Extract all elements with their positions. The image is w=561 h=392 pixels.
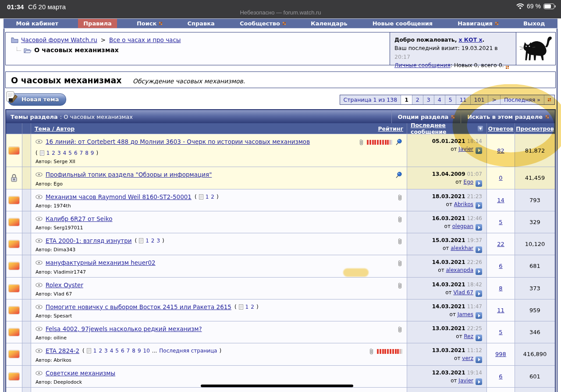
- go-to-last-post-icon[interactable]: [476, 246, 482, 253]
- replies-count-link[interactable]: 5: [499, 329, 502, 335]
- lastpost-user-link[interactable]: Abrikos: [454, 201, 473, 207]
- go-to-last-post-icon[interactable]: [476, 180, 482, 187]
- thread-title-link[interactable]: Помогите новичку с выбором Восток 2415 и…: [46, 303, 231, 311]
- thread-page-link[interactable]: 1: [245, 303, 249, 311]
- thread-title-link[interactable]: Советские механизмы: [46, 369, 115, 378]
- thread-page-link[interactable]: 5: [68, 149, 72, 157]
- thread-page-link[interactable]: 1: [146, 237, 149, 245]
- thread-page-link[interactable]: 10: [143, 347, 150, 355]
- thread-page-link[interactable]: 6: [121, 347, 124, 355]
- breadcrumb-root-link[interactable]: Часовой форум Watch.ru: [21, 36, 97, 43]
- go-to-last-post-icon[interactable]: [476, 290, 482, 297]
- page-link[interactable]: 11: [456, 95, 471, 104]
- sort-by-topic-link[interactable]: Тема / Автор: [35, 125, 75, 132]
- nav-item[interactable]: Поиск: [131, 19, 167, 28]
- thread-page-link[interactable]: 6: [74, 149, 78, 157]
- sort-by-replies-link[interactable]: Ответов: [488, 125, 513, 132]
- replies-count-link[interactable]: 5: [499, 219, 502, 225]
- go-to-last-post-icon[interactable]: [476, 202, 482, 209]
- go-to-last-post-icon[interactable]: [476, 312, 482, 319]
- replies-count-link[interactable]: 998: [495, 351, 506, 357]
- thread-page-link[interactable]: 9: [91, 149, 94, 157]
- replies-count-link[interactable]: 6: [499, 263, 502, 269]
- thread-title-link[interactable]: Rolex Oyster: [46, 281, 83, 289]
- thread-page-link[interactable]: 2: [52, 149, 55, 157]
- replies-count-link[interactable]: 8: [499, 285, 502, 292]
- go-to-last-post-icon[interactable]: [476, 147, 482, 154]
- thread-title-link[interactable]: 16 линий: от Cortebert 488 до Молнии 360…: [46, 137, 310, 146]
- lastpost-user-link[interactable]: Javier: [458, 378, 473, 384]
- replies-count-link[interactable]: 22: [497, 241, 504, 247]
- page-next[interactable]: >: [488, 95, 500, 104]
- sort-direction-icon[interactable]: ▼: [478, 126, 483, 132]
- go-to-last-post-icon[interactable]: [476, 356, 482, 363]
- thread-page-link[interactable]: 8: [132, 347, 135, 355]
- nav-item[interactable]: Выход: [518, 19, 550, 28]
- thread-page-link[interactable]: 5: [115, 347, 119, 355]
- thread-page-link[interactable]: 3: [104, 347, 108, 355]
- thread-title-link[interactable]: Профильный топик раздела "Обзоры и инфор…: [46, 170, 212, 179]
- thread-page-link[interactable]: 7: [80, 149, 83, 157]
- search-in-forum-button[interactable]: Искать в этом разделе: [461, 110, 555, 123]
- thread-title-link[interactable]: ETA 2824-2: [46, 346, 79, 355]
- thread-title-link[interactable]: Механизм часов Raymond Weil 8160-ST2-500…: [46, 192, 192, 201]
- thread-page-link[interactable]: 2: [99, 347, 102, 355]
- nav-item[interactable]: Справка: [182, 19, 220, 28]
- thread-page-link[interactable]: 2: [151, 237, 155, 245]
- lastpost-user-link[interactable]: Rez: [464, 333, 473, 339]
- go-to-last-post-icon[interactable]: [476, 378, 482, 385]
- menu-dots-icon[interactable]: [506, 66, 507, 67]
- browser-url[interactable]: Небезопасно — forum.watch.ru: [0, 9, 561, 16]
- thread-page-link[interactable]: 3: [156, 237, 160, 245]
- breadcrumb-parent-link[interactable]: Все о часах и про часы: [109, 36, 181, 43]
- lastpost-user-link[interactable]: James: [458, 311, 473, 317]
- sort-by-views-link[interactable]: Просмотров: [516, 125, 554, 132]
- page-link[interactable]: 101: [471, 95, 489, 104]
- page-link[interactable]: 3: [423, 95, 434, 104]
- lastpost-user-link[interactable]: alexanpda: [446, 267, 473, 273]
- replies-count-link[interactable]: 0: [499, 175, 502, 181]
- thread-page-link[interactable]: 9: [138, 347, 141, 355]
- thread-page-link[interactable]: 2: [251, 303, 254, 311]
- username-link[interactable]: х КОТ х: [458, 36, 482, 43]
- page-link[interactable]: 2: [412, 95, 423, 104]
- thread-title-link[interactable]: Felsa 4002, 97jewels насколько редкий ме…: [46, 324, 202, 333]
- thread-page-link[interactable]: 8: [85, 149, 89, 157]
- thread-page-link[interactable]: 1: [46, 149, 50, 157]
- nav-item[interactable]: Мой кабинет: [11, 19, 64, 28]
- replies-count-link[interactable]: 82: [497, 147, 504, 154]
- replies-count-link[interactable]: 14: [497, 197, 504, 203]
- lastpost-user-link[interactable]: Javier: [458, 146, 473, 152]
- thread-page-link[interactable]: 1: [93, 347, 97, 355]
- go-to-last-post-icon[interactable]: [476, 224, 482, 231]
- thread-page-link[interactable]: 7: [127, 347, 130, 355]
- new-thread-button[interactable]: Новая тема: [8, 93, 66, 106]
- nav-item[interactable]: Новые сообщения: [367, 19, 438, 28]
- lastpost-user-link[interactable]: Ego: [463, 179, 473, 185]
- thread-title-link[interactable]: ETA 2000-1: взгляд изнутри: [46, 236, 132, 245]
- thread-title-link[interactable]: Калибр 6R27 от Seiko: [46, 214, 113, 223]
- thread-page-link[interactable]: 4: [63, 149, 67, 157]
- nav-item[interactable]: Правила: [78, 19, 117, 28]
- thread-page-link[interactable]: 1: [206, 193, 209, 201]
- sort-by-rating-link[interactable]: Рейтинг: [378, 125, 403, 132]
- forum-options-button[interactable]: Опции раздела: [391, 110, 461, 123]
- thread-title-link[interactable]: мануфактурный механизм heuer02: [46, 258, 156, 267]
- go-to-last-post-icon[interactable]: [476, 335, 482, 341]
- nav-item[interactable]: Навигация: [452, 19, 504, 28]
- thread-page-link[interactable]: 4: [110, 347, 114, 355]
- lastpost-user-link[interactable]: alexkhar: [451, 245, 473, 251]
- user-avatar[interactable]: [516, 32, 555, 65]
- nav-item[interactable]: Календарь: [305, 19, 353, 28]
- go-to-last-post-icon[interactable]: [476, 268, 482, 275]
- replies-count-link[interactable]: 6: [499, 373, 502, 380]
- home-indicator[interactable]: [201, 385, 353, 387]
- private-messages-link[interactable]: Личные сообщения: [394, 62, 451, 68]
- pagination-menu[interactable]: [544, 95, 554, 104]
- lastpost-user-link[interactable]: verz: [462, 355, 473, 361]
- page-current[interactable]: 1: [401, 95, 412, 104]
- page-link[interactable]: 5: [445, 95, 456, 104]
- lastpost-user-link[interactable]: Vlad 67: [453, 289, 473, 296]
- nav-item[interactable]: Сообщество: [234, 19, 291, 28]
- thread-page-link[interactable]: 3: [57, 149, 61, 157]
